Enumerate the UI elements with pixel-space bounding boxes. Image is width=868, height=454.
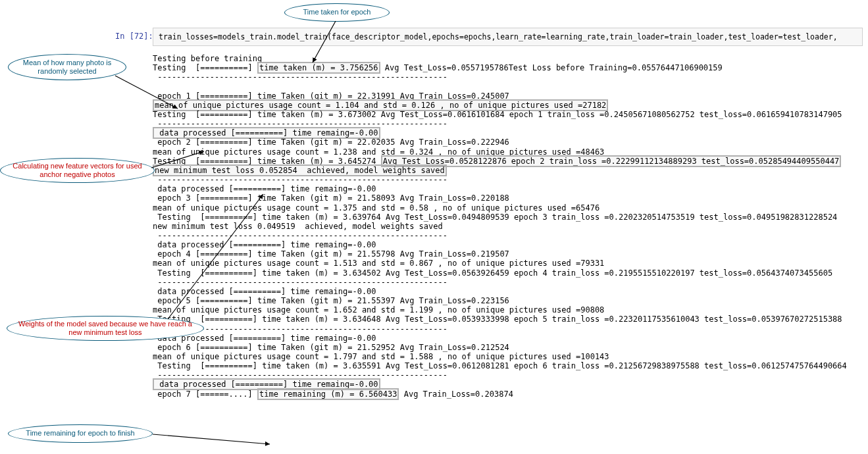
- line: Testing before training: [153, 54, 262, 63]
- line: Avg Train_Loss=0.203874: [399, 390, 513, 399]
- line: Testing [==========] time taken (m) = 3.…: [153, 361, 847, 370]
- line: epoch 2 [==========] time Taken (git m) …: [153, 138, 509, 147]
- line: Testing [==========] time taken (m) = 3.…: [153, 213, 837, 222]
- line: Testing [==========] time taken (m) = 3.…: [153, 110, 842, 119]
- annotation-feature-vectors: Calculating new feature vectors for used…: [0, 158, 155, 183]
- line: ----------------------------------------…: [153, 175, 447, 184]
- arrow-time-remaining: [151, 431, 276, 451]
- highlight-avg-test-loss: Avg Test_Loss=0.0528122876 epoch 2 train…: [381, 155, 842, 167]
- line: data processed [==========] time remaing…: [153, 240, 376, 249]
- line: new minimum test loss 0.049519 achieved,…: [153, 222, 443, 231]
- line: Testing [==========]: [153, 63, 257, 72]
- cell-prompt: In [72]:: [115, 32, 153, 41]
- line: data processed [==========] time remaing…: [153, 184, 376, 193]
- line: data processed [==========] time remaing…: [153, 287, 376, 296]
- annotation-mean-photo: Mean of how many photo is randomly selec…: [8, 54, 126, 80]
- line: Testing [==========] time taken (m) = 3.…: [153, 268, 832, 278]
- highlight-time-remaining: time remaining (m) = 6.560433: [257, 388, 399, 400]
- annotation-weights-saved: Weights of the model saved because we ha…: [7, 316, 204, 341]
- line: mean of unique pictures usage count = 1.…: [153, 352, 609, 361]
- output-area: Testing before training Testing [=======…: [153, 54, 868, 399]
- svg-line-4: [153, 434, 270, 444]
- line: epoch 7 [======....]: [153, 390, 257, 399]
- line: epoch 5 [==========] time Taken (git m) …: [153, 296, 509, 305]
- line: Testing [==========] time taken (m) = 3.…: [153, 315, 842, 324]
- line: mean of unique pictures usage count = 1.…: [153, 305, 604, 315]
- annotation-time-taken: Time taken for epoch: [284, 3, 390, 22]
- annotation-time-remaining: Time remaining for epoch to finish: [8, 424, 153, 443]
- line: epoch 4 [==========] time Taken (git m) …: [153, 249, 509, 259]
- line: mean of unique pictures usage count = 1.…: [153, 259, 604, 268]
- line: Avg Test_Loss=0.0557195786Test Loss befo…: [380, 63, 723, 72]
- line: ----------------------------------------…: [153, 278, 447, 287]
- line: epoch 3 [==========] time Taken (git m) …: [153, 193, 509, 203]
- line: ----------------------------------------…: [153, 72, 447, 82]
- line: epoch 6 [==========] time Taken (git m) …: [153, 343, 509, 352]
- line: mean of unique pictures usage count = 1.…: [153, 203, 600, 213]
- line: ----------------------------------------…: [153, 231, 447, 240]
- code-cell[interactable]: train_losses=models_train.model_train(fa…: [153, 28, 863, 46]
